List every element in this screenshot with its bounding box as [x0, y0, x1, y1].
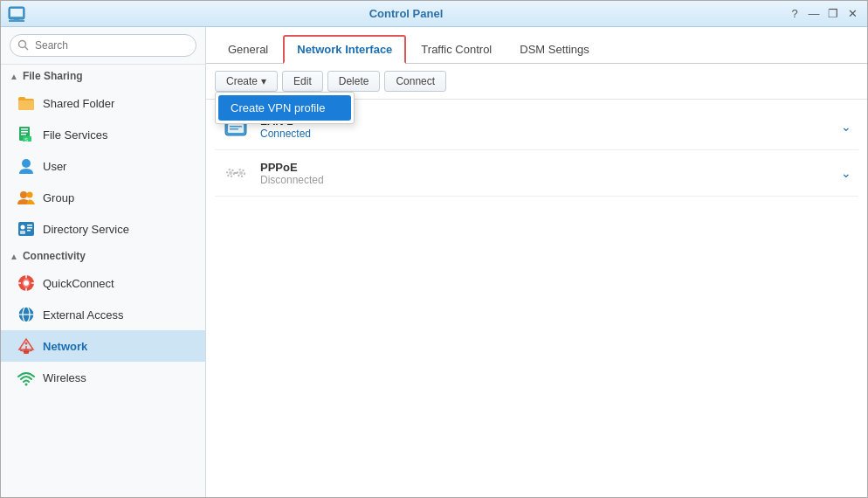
- sidebar-item-label: Group: [43, 191, 74, 204]
- create-label: Create: [226, 75, 258, 87]
- sidebar-item-group[interactable]: Group: [1, 182, 205, 213]
- sidebar-search-container: [1, 27, 205, 65]
- user-icon: [17, 156, 36, 176]
- sidebar-item-external-access[interactable]: External Access: [1, 299, 205, 330]
- edit-button[interactable]: Edit: [282, 71, 323, 92]
- sidebar-item-shared-folder[interactable]: Shared Folder: [1, 87, 205, 119]
- control-panel-window: Control Panel ? — ❐ ✕ ▲ File Sharing: [0, 0, 868, 498]
- svg-rect-18: [27, 230, 31, 232]
- svg-point-12: [27, 192, 33, 198]
- svg-point-38: [229, 171, 232, 175]
- sidebar-item-label: Shared Folder: [43, 97, 114, 110]
- toolbar: Create ▾ Create VPN profile Edit Delete …: [206, 64, 867, 100]
- sidebar-item-quickconnect[interactable]: QuickConnect: [1, 267, 205, 299]
- create-dropdown-menu: Create VPN profile: [215, 92, 355, 124]
- svg-rect-7: [21, 134, 26, 135]
- sidebar-item-label: User: [43, 160, 66, 173]
- dropdown-arrow-icon: ▾: [261, 75, 266, 87]
- svg-rect-3: [14, 19, 19, 21]
- svg-text:S: S: [24, 137, 28, 142]
- sidebar-item-network[interactable]: Network: [1, 330, 205, 362]
- group-icon: [17, 188, 36, 207]
- pppoe-name: PPPoE: [260, 161, 841, 174]
- sidebar-item-label: Network: [43, 340, 87, 353]
- sidebar-item-label: File Services: [43, 128, 107, 142]
- svg-point-20: [24, 280, 29, 286]
- create-dropdown-container: Create ▾ Create VPN profile: [215, 71, 278, 92]
- lan1-status: Connected: [260, 128, 841, 140]
- sidebar-section-connectivity[interactable]: ▲ Connectivity: [1, 245, 205, 267]
- external-access-icon: [17, 305, 36, 324]
- sidebar-item-wireless[interactable]: Wireless: [1, 362, 205, 393]
- sidebar-item-label: Directory Service: [43, 223, 129, 236]
- network-icon: [17, 336, 36, 356]
- file-services-icon: S: [17, 125, 36, 144]
- svg-rect-6: [21, 131, 28, 133]
- sidebar: ▲ File Sharing Shared Folder: [1, 27, 206, 497]
- sidebar-section-file-sharing[interactable]: ▲ File Sharing: [1, 65, 205, 87]
- app-icon: [8, 5, 25, 23]
- sidebar-section-label: File Sharing: [23, 70, 83, 82]
- delete-button[interactable]: Delete: [327, 71, 381, 92]
- maximize-button[interactable]: ❐: [825, 6, 841, 22]
- sidebar-item-label: External Access: [43, 308, 124, 322]
- svg-rect-15: [20, 231, 25, 234]
- svg-rect-17: [27, 227, 32, 229]
- wireless-icon: [17, 368, 36, 387]
- create-vpn-profile-item[interactable]: Create VPN profile: [218, 95, 351, 121]
- create-button[interactable]: Create ▾: [215, 71, 278, 92]
- main-content: ▲ File Sharing Shared Folder: [1, 27, 867, 497]
- sidebar-section-label: Connectivity: [23, 250, 86, 262]
- pppoe-status: Disconnected: [260, 174, 841, 186]
- svg-rect-16: [27, 225, 32, 226]
- svg-point-10: [22, 159, 31, 168]
- chevron-up-icon: ▲: [10, 252, 18, 261]
- pppoe-expand-icon[interactable]: ⌄: [841, 166, 851, 180]
- network-item-pppoe[interactable]: PPPoE Disconnected ⌄: [215, 150, 858, 197]
- svg-rect-1: [10, 9, 23, 17]
- svg-rect-32: [230, 128, 238, 130]
- tab-general[interactable]: General: [215, 36, 281, 62]
- pppoe-info: PPPoE Disconnected: [260, 161, 841, 186]
- sidebar-item-label: Wireless: [43, 371, 86, 384]
- sidebar-item-label: QuickConnect: [43, 277, 114, 290]
- sidebar-item-user[interactable]: User: [1, 150, 205, 182]
- tab-traffic-control[interactable]: Traffic Control: [408, 36, 505, 62]
- titlebar: Control Panel ? — ❐ ✕: [1, 1, 867, 27]
- svg-point-27: [25, 342, 28, 345]
- svg-point-28: [25, 384, 28, 386]
- connect-button[interactable]: Connect: [384, 71, 446, 92]
- svg-rect-5: [21, 128, 28, 130]
- pppoe-icon: [222, 159, 250, 187]
- svg-point-39: [239, 171, 243, 175]
- directory-service-icon: [17, 219, 36, 239]
- lan1-expand-icon[interactable]: ⌄: [841, 120, 851, 134]
- svg-point-14: [21, 225, 25, 230]
- shared-folder-icon: [17, 93, 36, 113]
- quickconnect-icon: [17, 273, 36, 293]
- sidebar-item-directory-service[interactable]: Directory Service: [1, 213, 205, 245]
- close-button[interactable]: ✕: [844, 6, 860, 22]
- network-list: LAN 1 Connected ⌄: [206, 100, 867, 497]
- tabs-bar: General Network Interface Traffic Contro…: [206, 27, 867, 64]
- svg-rect-31: [230, 126, 242, 128]
- window-controls: ? — ❐ ✕: [787, 6, 860, 22]
- chevron-up-icon: ▲: [10, 72, 18, 81]
- tab-dsm-settings[interactable]: DSM Settings: [506, 36, 602, 62]
- window-title: Control Panel: [25, 7, 787, 20]
- sidebar-item-file-services[interactable]: S File Services: [1, 119, 205, 150]
- svg-point-11: [20, 191, 27, 198]
- search-input[interactable]: [10, 34, 196, 57]
- minimize-button[interactable]: —: [806, 6, 822, 22]
- tab-network-interface[interactable]: Network Interface: [283, 35, 406, 64]
- help-button[interactable]: ?: [787, 6, 803, 22]
- right-panel: General Network Interface Traffic Contro…: [206, 27, 867, 497]
